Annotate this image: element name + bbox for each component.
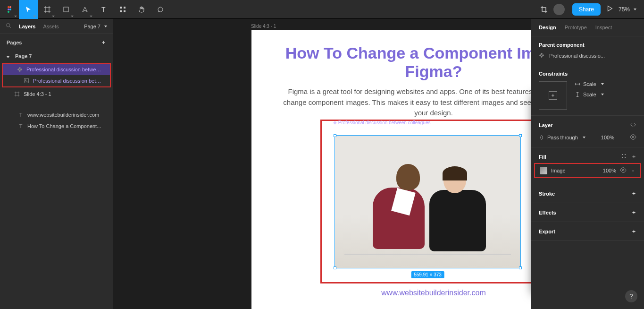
blend-mode-dropdown[interactable]: Pass through (539, 135, 585, 140)
pen-tool-button[interactable] (75, 0, 94, 19)
text-tool-button[interactable]: T (94, 0, 113, 19)
search-icon[interactable] (6, 23, 11, 30)
share-button[interactable]: Share (572, 3, 601, 16)
layer-header: Layer (539, 122, 552, 128)
parent-component-link[interactable]: Professional discussio... (539, 52, 636, 59)
blend-icon (539, 135, 544, 140)
layer-settings-icon[interactable] (630, 121, 636, 129)
component-icon (539, 52, 545, 59)
slide-paragraph: Figma is a great tool for designing webs… (251, 86, 531, 119)
crop-tool-button[interactable] (535, 0, 553, 19)
vertical-icon (575, 92, 580, 97)
constraint-h-dropdown[interactable]: Scale (575, 81, 604, 87)
style-icon[interactable] (621, 153, 627, 160)
main-menu-button[interactable] (0, 0, 19, 19)
layer-frame[interactable]: Slide 4:3 - 1 (0, 88, 113, 100)
canvas[interactable]: Slide 4:3 - 1 How To Change a Component … (113, 19, 531, 309)
add-export-button[interactable]: ＋ (631, 228, 636, 235)
svg-rect-0 (8, 6, 9, 8)
svg-rect-17 (25, 79, 29, 83)
text-layer-icon: T (18, 112, 24, 118)
illustration-person-1 (363, 159, 429, 254)
hand-icon (138, 6, 145, 13)
add-stroke-button[interactable]: ＋ (631, 190, 636, 197)
inspect-tab[interactable]: Inspect (595, 25, 612, 30)
frame-icon (43, 6, 51, 13)
image-icon (24, 78, 29, 84)
add-effect-button[interactable]: ＋ (631, 209, 636, 216)
fill-opacity-input[interactable]: 100% (603, 168, 616, 173)
resize-handle[interactable] (519, 134, 522, 137)
svg-rect-14 (124, 10, 125, 12)
svg-point-35 (632, 136, 634, 138)
crop-icon (540, 6, 548, 13)
zoom-dropdown[interactable]: 75% (619, 6, 636, 13)
add-page-button[interactable]: ＋ (101, 39, 106, 46)
selected-image[interactable]: 559.91 × 373 (335, 135, 521, 268)
assets-tab[interactable]: Assets (43, 24, 59, 29)
frame-tool-button[interactable] (38, 0, 57, 19)
frame-icon (14, 91, 20, 97)
layers-tab[interactable]: Layers (19, 24, 35, 29)
help-button[interactable]: ? (625, 290, 637, 302)
page-item[interactable]: Page 7 (0, 51, 113, 62)
svg-point-38 (622, 157, 623, 158)
text-icon: T (100, 6, 108, 13)
user-avatar[interactable] (553, 4, 565, 15)
constraints-widget[interactable]: + (539, 81, 567, 110)
svg-point-37 (625, 154, 626, 155)
left-panel: Layers Assets Page 7 Pages ＋ Page 7 Prof… (0, 19, 113, 309)
layer-opacity-input[interactable]: 100% (601, 135, 614, 140)
text-layer-icon: T (18, 123, 24, 129)
hand-tool-button[interactable] (132, 0, 151, 19)
prototype-tab[interactable]: Prototype (565, 25, 587, 30)
resize-handle[interactable] (519, 266, 522, 269)
constraints-header: Constraints (539, 71, 636, 77)
instance-label: Professional discussion between colleagu… (333, 120, 430, 125)
move-tool-button[interactable] (19, 0, 38, 19)
rectangle-icon (62, 6, 70, 13)
right-panel: Design Prototype Inspect Parent componen… (531, 19, 644, 309)
svg-rect-9 (64, 7, 68, 12)
move-icon (25, 6, 32, 13)
svg-rect-2 (8, 9, 9, 10)
comment-tool-button[interactable] (151, 0, 170, 19)
fill-row[interactable]: Image 100% － (534, 163, 641, 178)
layer-text[interactable]: T How To Change a Component... (0, 120, 113, 132)
svg-point-39 (625, 157, 626, 158)
fill-header: Fill (539, 154, 546, 160)
layer-image[interactable]: Professional discussion betwe... (3, 75, 110, 86)
svg-rect-13 (120, 10, 122, 12)
pages-header: Pages (7, 40, 22, 45)
comment-icon (157, 6, 164, 13)
svg-rect-12 (124, 7, 125, 9)
fill-visibility-toggle[interactable] (620, 167, 627, 174)
resources-tool-button[interactable] (113, 0, 132, 19)
page-selector[interactable]: Page 7 (84, 24, 107, 29)
add-fill-button[interactable]: ＋ (631, 153, 636, 160)
chevron-down-icon (7, 53, 11, 59)
shape-tool-button[interactable] (57, 0, 75, 19)
svg-point-40 (622, 169, 624, 171)
frame-label[interactable]: Slide 4:3 - 1 (251, 24, 276, 29)
stroke-header: Stroke (539, 191, 555, 197)
svg-point-18 (25, 79, 26, 80)
remove-fill-button[interactable]: － (630, 167, 636, 174)
resize-handle[interactable] (334, 134, 336, 137)
layer-component[interactable]: Professional discussion between ... (3, 64, 110, 75)
resize-handle[interactable] (334, 266, 336, 269)
slide-url: www.websitebuilderinsider.com (251, 289, 531, 297)
present-button[interactable] (606, 5, 613, 13)
visibility-toggle[interactable] (630, 134, 636, 141)
layer-text[interactable]: T www.websitebuilderinsider.com (0, 109, 113, 120)
figma-logo-icon (6, 6, 13, 13)
illustration-person-2 (429, 164, 495, 258)
fill-swatch[interactable] (540, 167, 547, 174)
effects-header: Effects (539, 210, 556, 215)
resources-icon (119, 6, 126, 13)
svg-point-15 (7, 24, 10, 27)
constraint-v-dropdown[interactable]: Scale (575, 92, 604, 97)
parent-component-header: Parent component (539, 42, 636, 48)
selection-dimensions: 559.91 × 373 (411, 271, 444, 278)
design-tab[interactable]: Design (539, 25, 556, 30)
